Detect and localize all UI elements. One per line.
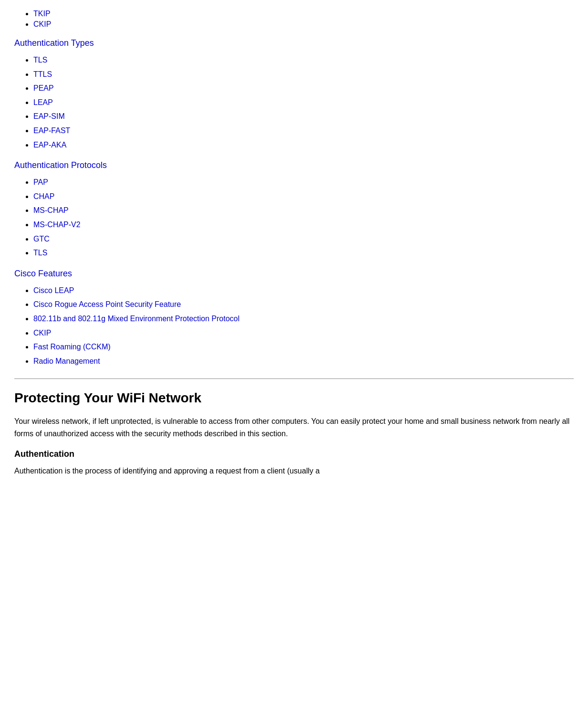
pap-link[interactable]: PAP xyxy=(33,178,48,186)
list-item-peap: PEAP xyxy=(33,82,574,95)
peap-link[interactable]: PEAP xyxy=(33,84,54,92)
list-item-tls-proto: TLS xyxy=(33,247,574,259)
authentication-types-heading[interactable]: Authentication Types xyxy=(14,38,94,48)
fast-roaming-link[interactable]: Fast Roaming (CCKM) xyxy=(33,343,111,351)
ms-chap-link[interactable]: MS-CHAP xyxy=(33,206,69,214)
authentication-protocols-heading[interactable]: Authentication Protocols xyxy=(14,160,107,170)
list-item-ms-chap-v2: MS-CHAP-V2 xyxy=(33,219,574,231)
cisco-features-section: Cisco Features Cisco LEAP Cisco Rogue Ac… xyxy=(14,267,574,368)
authentication-sub-heading: Authentication xyxy=(14,449,574,459)
list-item-chap: CHAP xyxy=(33,190,574,203)
list-item-tls: TLS xyxy=(33,54,574,66)
main-content: Protecting Your WiFi Network Your wirele… xyxy=(14,390,574,477)
tls-link[interactable]: TLS xyxy=(33,56,47,64)
leap-link[interactable]: LEAP xyxy=(33,98,53,106)
ttls-link[interactable]: TTLS xyxy=(33,70,52,78)
tls-proto-link[interactable]: TLS xyxy=(33,249,47,257)
list-item-radio-mgmt: Radio Management xyxy=(33,355,574,368)
cisco-features-heading[interactable]: Cisco Features xyxy=(14,269,72,279)
main-title: Protecting Your WiFi Network xyxy=(14,390,574,406)
list-item-leap: LEAP xyxy=(33,96,574,109)
list-item-eap-sim: EAP-SIM xyxy=(33,110,574,123)
list-item-ms-chap: MS-CHAP xyxy=(33,204,574,217)
80211b-protocol-link[interactable]: 802.11b and 802.11g Mixed Environment Pr… xyxy=(33,315,239,323)
authentication-protocols-section: Authentication Protocols PAP CHAP MS-CHA… xyxy=(14,158,574,259)
cisco-rogue-link[interactable]: Cisco Rogue Access Point Security Featur… xyxy=(33,300,181,308)
eap-sim-link[interactable]: EAP-SIM xyxy=(33,112,65,120)
cisco-leap-link[interactable]: Cisco LEAP xyxy=(33,286,74,294)
list-item-ttls: TTLS xyxy=(33,68,574,81)
ms-chap-v2-link[interactable]: MS-CHAP-V2 xyxy=(33,221,81,229)
authentication-types-section: Authentication Types TLS TTLS PEAP LEAP … xyxy=(14,36,574,151)
list-item-fast-roaming: Fast Roaming (CCKM) xyxy=(33,341,574,353)
list-item-ckip-top: CKIP xyxy=(33,20,574,29)
top-list: TKIP CKIP xyxy=(14,10,574,29)
eap-fast-link[interactable]: EAP-FAST xyxy=(33,126,70,135)
list-item-gtc: GTC xyxy=(33,233,574,245)
list-item-eap-fast: EAP-FAST xyxy=(33,125,574,137)
list-item-ckip-cisco: CKIP xyxy=(33,327,574,339)
intro-paragraph: Your wireless network, if left unprotect… xyxy=(14,415,574,440)
list-item-cisco-leap: Cisco LEAP xyxy=(33,284,574,297)
gtc-link[interactable]: GTC xyxy=(33,235,50,243)
authentication-sub-paragraph: Authentication is the process of identif… xyxy=(14,465,574,477)
divider xyxy=(14,378,574,379)
ckip-cisco-link[interactable]: CKIP xyxy=(33,329,51,337)
tkip-link[interactable]: TKIP xyxy=(33,10,51,18)
radio-mgmt-link[interactable]: Radio Management xyxy=(33,357,100,365)
list-item-eap-aka: EAP-AKA xyxy=(33,139,574,151)
ckip-top-link[interactable]: CKIP xyxy=(33,20,51,28)
eap-aka-link[interactable]: EAP-AKA xyxy=(33,141,66,149)
chap-link[interactable]: CHAP xyxy=(33,192,54,200)
list-item-cisco-rogue: Cisco Rogue Access Point Security Featur… xyxy=(33,298,574,311)
list-item-pap: PAP xyxy=(33,176,574,189)
list-item-80211b-protocol: 802.11b and 802.11g Mixed Environment Pr… xyxy=(33,313,574,325)
list-item-tkip: TKIP xyxy=(33,10,574,18)
